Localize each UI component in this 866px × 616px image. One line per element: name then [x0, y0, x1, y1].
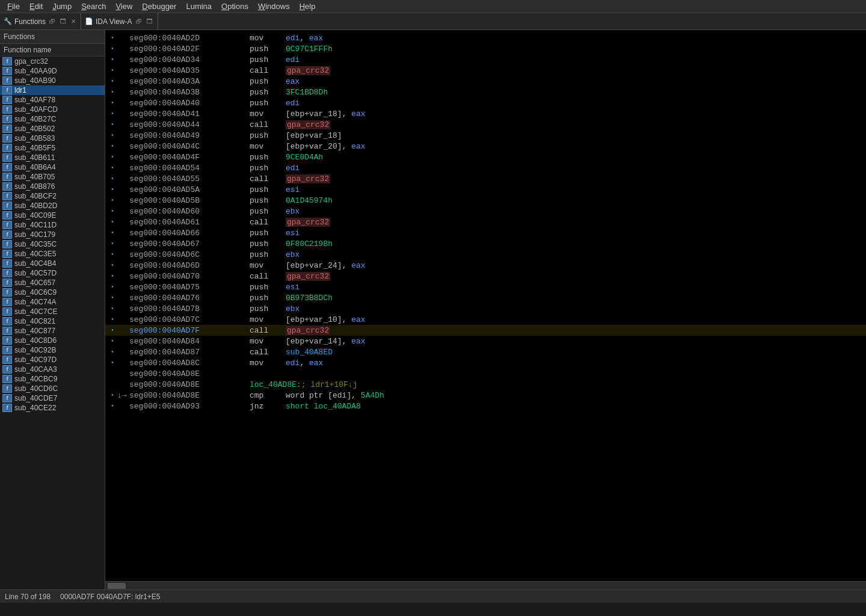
- function-item[interactable]: fsub_40C7CE: [0, 307, 105, 316]
- asm-row[interactable]: •seg000:0040AD84 mov[ebp+var_14], eax: [105, 336, 866, 346]
- menu-file[interactable]: File: [2, 1, 25, 11]
- function-item[interactable]: fldr1: [0, 85, 105, 95]
- asm-row[interactable]: •seg000:0040AD93 jnzshort loc_40ADA8: [105, 401, 866, 411]
- functions-tab-close[interactable]: ✕: [70, 18, 77, 25]
- function-item[interactable]: fsub_40C877: [0, 326, 105, 336]
- function-item[interactable]: fsub_40C6C9: [0, 288, 105, 297]
- function-item[interactable]: fsub_40CAA3: [0, 365, 105, 374]
- function-item[interactable]: fsub_40C821: [0, 316, 105, 326]
- function-icon: f: [2, 67, 12, 75]
- function-item[interactable]: fsub_40C92B: [0, 345, 105, 355]
- asm-row[interactable]: •seg000:0040AD70 callgpa_crc32: [105, 271, 866, 282]
- function-item[interactable]: fsub_40B5F5: [0, 143, 105, 153]
- function-item[interactable]: fsub_40AA9D: [0, 66, 105, 76]
- function-item[interactable]: fsub_40CE22: [0, 403, 105, 413]
- function-item[interactable]: fsub_40C8D6: [0, 336, 105, 345]
- asm-row[interactable]: •seg000:0040AD61 callgpa_crc32: [105, 217, 866, 227]
- asm-row[interactable]: •↓→seg000:0040AD8E cmpword ptr [edi], 5A…: [105, 390, 866, 401]
- function-item[interactable]: fsub_40AFCD: [0, 105, 105, 114]
- asm-row[interactable]: •seg000:0040AD2D movedi, eax: [105, 32, 866, 43]
- asm-row[interactable]: •seg000:0040AD40 pushedi: [105, 97, 866, 108]
- function-item[interactable]: fsub_40C57D: [0, 268, 105, 278]
- tab-functions[interactable]: 🔧 Functions 🗗 🗖 ✕: [0, 13, 81, 29]
- function-item[interactable]: fsub_40BD2D: [0, 201, 105, 211]
- function-item[interactable]: fsub_40B27C: [0, 114, 105, 124]
- function-item[interactable]: fsub_40CBC9: [0, 374, 105, 384]
- asm-row[interactable]: •seg000:0040AD67 push0F80C219Bh: [105, 238, 866, 249]
- asm-row[interactable]: •seg000:0040AD66 pushesi: [105, 227, 866, 238]
- function-name: sub_40AFCD: [14, 105, 58, 114]
- function-item[interactable]: fsub_40C179: [0, 230, 105, 239]
- asm-row[interactable]: •seg000:0040AD44 callgpa_crc32: [105, 119, 866, 130]
- function-name: sub_40C97D: [14, 356, 57, 364]
- ida-view-tab-maximize[interactable]: 🗖: [146, 18, 154, 25]
- ida-content[interactable]: •seg000:0040AD2D movedi, eax•seg000:0040…: [105, 30, 866, 581]
- ida-view-tab-restore[interactable]: 🗗: [135, 18, 143, 25]
- asm-row[interactable]: •seg000:0040AD3B push3FC1BD8Dh: [105, 87, 866, 97]
- menu-help[interactable]: Help: [295, 1, 321, 11]
- asm-row[interactable]: •seg000:0040AD87 callsub_40A8ED: [105, 346, 866, 357]
- asm-row[interactable]: •seg000:0040AD4C mov[ebp+var_20], eax: [105, 141, 866, 152]
- asm-row[interactable]: seg000:0040AD8E: [105, 368, 866, 379]
- horizontal-scrollbar[interactable]: [105, 581, 866, 590]
- asm-row[interactable]: •seg000:0040AD7F callgpa_crc32: [105, 325, 866, 336]
- asm-row[interactable]: •seg000:0040AD49 push[ebp+var_18]: [105, 130, 866, 141]
- function-item[interactable]: fsub_40C3E5: [0, 249, 105, 259]
- menu-options[interactable]: Options: [216, 1, 253, 11]
- functions-tab-restore[interactable]: 🗗: [48, 18, 57, 25]
- function-item[interactable]: fsub_40C4B4: [0, 259, 105, 268]
- function-item[interactable]: fsub_40C09E: [0, 211, 105, 220]
- function-item[interactable]: fsub_40B583: [0, 134, 105, 143]
- function-item[interactable]: fsub_40AB90: [0, 76, 105, 85]
- menu-debugger[interactable]: Debugger: [137, 1, 181, 11]
- asm-row[interactable]: •seg000:0040AD8C movedi, eax: [105, 357, 866, 368]
- asm-row[interactable]: •seg000:0040AD5B push0A1D45974h: [105, 195, 866, 206]
- function-item[interactable]: fsub_40B611: [0, 153, 105, 162]
- function-item[interactable]: fgpa_crc32: [0, 57, 105, 66]
- menu-view[interactable]: View: [111, 1, 137, 11]
- menu-jump[interactable]: Jump: [48, 1, 76, 11]
- asm-row[interactable]: •seg000:0040AD4F push9CE0D4Ah: [105, 152, 866, 162]
- function-item[interactable]: fsub_40CDE7: [0, 393, 105, 403]
- function-item[interactable]: fsub_40C35C: [0, 239, 105, 249]
- asm-row[interactable]: •seg000:0040AD7B pushebx: [105, 303, 866, 314]
- function-item[interactable]: fsub_40AF78: [0, 95, 105, 105]
- functions-list[interactable]: fgpa_crc32fsub_40AA9Dfsub_40AB90fldr1fsu…: [0, 57, 105, 590]
- asm-row[interactable]: •seg000:0040AD60 pushebx: [105, 206, 866, 217]
- asm-row[interactable]: seg000:0040AD8E loc_40AD8E: ; ldr1+10F↓j: [105, 379, 866, 390]
- menu-windows[interactable]: Windows: [253, 1, 295, 11]
- asm-operands: [ebp+var_10], eax: [286, 315, 864, 324]
- asm-operand: gpa_crc32: [286, 120, 330, 129]
- functions-tab-maximize[interactable]: 🗖: [59, 18, 67, 25]
- asm-row[interactable]: •seg000:0040AD3A pusheax: [105, 76, 866, 87]
- function-item[interactable]: fsub_40C657: [0, 278, 105, 288]
- asm-row[interactable]: •seg000:0040AD75 pushesi: [105, 282, 866, 292]
- asm-row[interactable]: •seg000:0040AD6C pushebx: [105, 249, 866, 260]
- asm-row[interactable]: •seg000:0040AD76 push0B973B8DCh: [105, 292, 866, 303]
- function-item[interactable]: fsub_40C11D: [0, 220, 105, 230]
- menu-edit[interactable]: Edit: [25, 1, 48, 11]
- function-item[interactable]: fsub_40C74A: [0, 297, 105, 307]
- menu-search[interactable]: Search: [76, 1, 111, 11]
- asm-row[interactable]: •seg000:0040AD54 pushedi: [105, 162, 866, 173]
- asm-row[interactable]: •seg000:0040AD35 callgpa_crc32: [105, 65, 866, 76]
- asm-row[interactable]: •seg000:0040AD34 pushedi: [105, 54, 866, 65]
- asm-mnemonic: push: [250, 294, 286, 303]
- function-item[interactable]: fsub_40B6A4: [0, 162, 105, 172]
- asm-row[interactable]: •seg000:0040AD7C mov[ebp+var_10], eax: [105, 314, 866, 325]
- asm-row[interactable]: •seg000:0040AD41 mov[ebp+var_18], eax: [105, 108, 866, 119]
- function-icon: f: [2, 105, 12, 114]
- function-item[interactable]: fsub_40BCF2: [0, 191, 105, 201]
- asm-row[interactable]: •seg000:0040AD6D mov[ebp+var_24], eax: [105, 260, 866, 271]
- function-item[interactable]: fsub_40CD6C: [0, 384, 105, 393]
- scrollbar-thumb[interactable]: [108, 583, 126, 589]
- menu-lumina[interactable]: Lumina: [181, 1, 216, 11]
- asm-row[interactable]: •seg000:0040AD2F push0C97C1FFFh: [105, 43, 866, 54]
- asm-row[interactable]: •seg000:0040AD5A pushesi: [105, 184, 866, 195]
- asm-row[interactable]: •seg000:0040AD55 callgpa_crc32: [105, 173, 866, 184]
- function-item[interactable]: fsub_40B502: [0, 124, 105, 134]
- function-item[interactable]: fsub_40B705: [0, 172, 105, 182]
- function-item[interactable]: fsub_40B876: [0, 182, 105, 191]
- function-item[interactable]: fsub_40C97D: [0, 355, 105, 365]
- tab-ida-view[interactable]: 📄 IDA View-A 🗗 🗖: [81, 13, 158, 29]
